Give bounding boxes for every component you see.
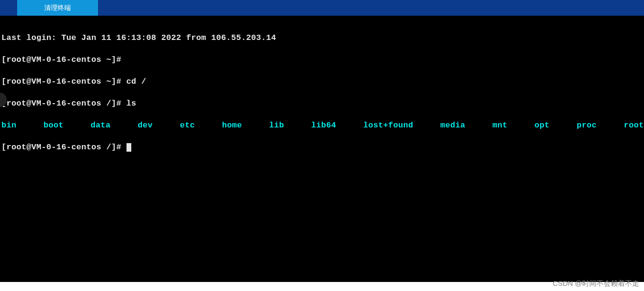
dir-mnt: mnt (492, 121, 507, 130)
dir-lost-found: lost+found (363, 121, 413, 130)
header-bar: 清理终端 (0, 0, 644, 16)
dir-root: root (624, 121, 644, 130)
clear-terminal-tab[interactable]: 清理终端 (17, 0, 98, 16)
prompt-text: [root@VM-0-16-centos ~]# (1, 55, 121, 64)
dir-dev: dev (138, 121, 153, 130)
dir-etc: etc (180, 121, 195, 130)
dir-home: home (222, 121, 242, 130)
dir-lib64: lib64 (311, 121, 336, 130)
terminal-area[interactable]: Last login: Tue Jan 11 16:13:08 2022 fro… (0, 16, 644, 282)
cursor-icon (127, 143, 131, 152)
tab-label: 清理终端 (44, 4, 71, 12)
watermark-text: CSDN @时间不会赖着不走 (553, 279, 639, 288)
dir-bin: bin (1, 121, 17, 130)
dir-proc: proc (576, 121, 596, 130)
prompt-line-4: [root@VM-0-16-centos /]# (1, 142, 643, 153)
dir-lib: lib (269, 121, 284, 130)
dir-opt: opt (535, 121, 550, 130)
dir-boot: boot (44, 121, 64, 130)
prompt-text: [root@VM-0-16-centos /]# (1, 143, 121, 152)
cmd-ls: ls (121, 99, 137, 108)
prompt-text: [root@VM-0-16-centos ~]# (1, 77, 121, 86)
prompt-text: [root@VM-0-16-centos /]# (1, 99, 121, 108)
prompt-line-1: [root@VM-0-16-centos ~]# (1, 54, 643, 65)
dir-media: media (440, 121, 466, 130)
prompt-line-3: [root@VM-0-16-centos /]# ls (1, 98, 643, 109)
prompt-line-2: [root@VM-0-16-centos ~]# cd / (1, 76, 643, 87)
ls-output-line: bin boot data dev etc home lib lib64 los… (1, 120, 643, 131)
cmd-cd: cd / (121, 77, 146, 86)
header-spacer (0, 0, 17, 16)
dir-data: data (91, 121, 111, 130)
last-login-line: Last login: Tue Jan 11 16:13:08 2022 fro… (1, 32, 643, 43)
